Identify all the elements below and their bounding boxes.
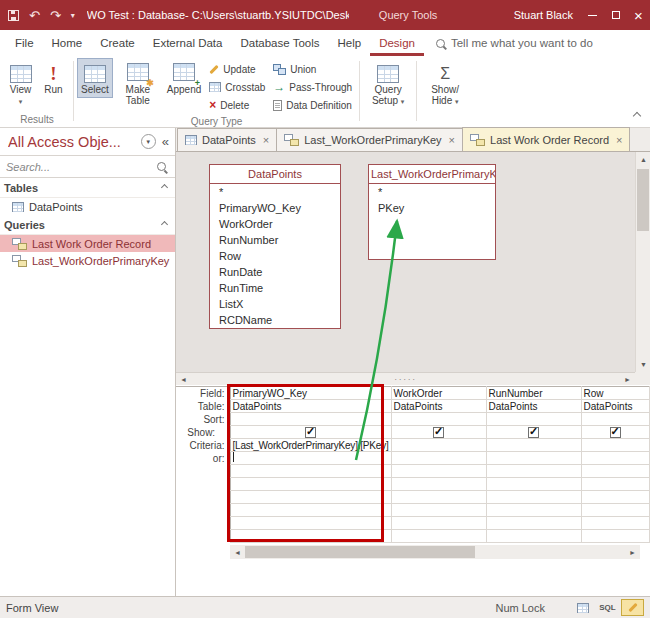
field-cell[interactable]: PrimaryWO_Key <box>230 387 391 400</box>
empty-cell[interactable] <box>486 491 581 504</box>
empty-cell[interactable] <box>230 530 391 543</box>
nav-item-last-work-order-record[interactable]: Last Work Order Record <box>0 235 175 252</box>
scroll-left-icon[interactable]: ◄ <box>230 545 245 559</box>
tab-external-data[interactable]: External Data <box>144 30 232 56</box>
empty-cell[interactable] <box>230 478 391 491</box>
tab-create[interactable]: Create <box>91 30 144 56</box>
collapse-section-icon[interactable] <box>161 221 168 228</box>
empty-cell[interactable] <box>230 491 391 504</box>
criteria-cell[interactable] <box>486 439 581 452</box>
empty-cell[interactable] <box>486 530 581 543</box>
select-button[interactable]: Select <box>77 58 113 98</box>
scrollbar-track[interactable] <box>245 545 625 559</box>
field-item[interactable]: WorkOrder <box>210 216 340 232</box>
query-setup-button[interactable]: Query Setup ▾ <box>363 58 413 109</box>
tab-help[interactable]: Help <box>329 30 371 56</box>
sort-cell[interactable] <box>581 413 649 426</box>
save-icon[interactable] <box>8 10 19 21</box>
empty-cell[interactable] <box>391 504 486 517</box>
minimize-button[interactable] <box>581 0 604 30</box>
empty-cell[interactable] <box>581 517 649 530</box>
run-button[interactable]: ! Run <box>37 58 70 98</box>
field-item-pkey[interactable]: PKey <box>369 200 495 216</box>
field-cell[interactable]: RunNumber <box>486 387 581 400</box>
or-cell[interactable] <box>230 452 391 465</box>
pane-splitter-scrollbar[interactable]: ◄ ∙∙∙∙∙ ► <box>176 372 635 385</box>
doc-tab-last-workorderprimarykey[interactable]: Last_WorkOrderPrimaryKey × <box>276 128 463 151</box>
criteria-cell[interactable] <box>581 439 649 452</box>
empty-cell[interactable] <box>391 530 486 543</box>
tab-file[interactable]: File <box>6 30 43 56</box>
nav-item-last-workorderprimarykey[interactable]: Last_WorkOrderPrimaryKey <box>0 252 175 269</box>
pass-through-button[interactable]: → Pass-Through <box>269 78 356 96</box>
tell-me-box[interactable]: Tell me what you want to do <box>436 30 593 56</box>
empty-cell[interactable] <box>581 491 649 504</box>
sort-cell[interactable] <box>486 413 581 426</box>
sql-view-button[interactable]: SQL <box>596 599 619 616</box>
scroll-left-icon[interactable]: ◄ <box>176 373 191 385</box>
field-item[interactable]: ListX <box>210 296 340 312</box>
vertical-scrollbar[interactable]: ▲ ▼ <box>635 152 650 372</box>
table-cell[interactable]: DataPoints <box>581 400 649 413</box>
sort-cell[interactable] <box>391 413 486 426</box>
empty-cell[interactable] <box>391 465 486 478</box>
make-table-button[interactable]: ✱ Make Table <box>113 58 163 108</box>
nav-section-queries[interactable]: Queries <box>0 215 175 235</box>
close-tab-icon[interactable]: × <box>263 134 269 146</box>
scroll-right-icon[interactable]: ► <box>625 545 640 559</box>
show-cell[interactable] <box>230 426 391 439</box>
sort-cell[interactable] <box>230 413 391 426</box>
table-cell[interactable]: DataPoints <box>391 400 486 413</box>
empty-cell[interactable] <box>391 478 486 491</box>
show-cell[interactable] <box>391 426 486 439</box>
table-cell[interactable]: DataPoints <box>230 400 391 413</box>
show-cell[interactable] <box>581 426 649 439</box>
empty-cell[interactable] <box>486 465 581 478</box>
show-checkbox[interactable] <box>305 427 316 438</box>
qat-dropdown-icon[interactable]: ▾ <box>71 11 75 20</box>
empty-cell[interactable] <box>230 504 391 517</box>
datasheet-view-button[interactable] <box>571 599 594 616</box>
close-button[interactable]: × <box>627 0 650 30</box>
empty-cell[interactable] <box>230 465 391 478</box>
append-button[interactable]: + Append <box>163 58 205 98</box>
nav-item-datapoints[interactable]: DataPoints <box>0 198 175 215</box>
user-name[interactable]: Stuart Black <box>514 9 573 21</box>
empty-cell[interactable] <box>581 530 649 543</box>
field-item[interactable]: PrimaryWO_Key <box>210 200 340 216</box>
search-input[interactable] <box>0 156 175 177</box>
doc-tab-datapoints[interactable]: DataPoints × <box>177 128 277 151</box>
splitter-handle[interactable]: ∙∙∙∙∙ <box>191 376 620 382</box>
empty-cell[interactable] <box>391 517 486 530</box>
close-tab-icon[interactable]: × <box>449 134 455 146</box>
or-cell[interactable] <box>486 452 581 465</box>
field-cell[interactable]: WorkOrder <box>391 387 486 400</box>
field-item[interactable]: * <box>210 184 340 200</box>
nav-menu-icon[interactable]: ▼ <box>141 134 156 149</box>
redo-icon[interactable]: ↷ <box>50 9 61 22</box>
show-checkbox[interactable] <box>610 427 621 438</box>
empty-cell[interactable] <box>486 478 581 491</box>
tab-home[interactable]: Home <box>43 30 92 56</box>
criteria-cell[interactable]: [Last_WorkOrderPrimaryKey].[PKey] <box>230 439 391 452</box>
show-hide-button[interactable]: Σ Show/ Hide ▾ <box>420 58 470 109</box>
field-item[interactable]: RunDate <box>210 264 340 280</box>
restore-button[interactable] <box>604 0 627 30</box>
field-item[interactable]: * <box>369 184 495 200</box>
empty-cell[interactable] <box>230 517 391 530</box>
criteria-cell[interactable] <box>391 439 486 452</box>
field-list-title[interactable]: DataPoints <box>210 165 340 184</box>
show-checkbox[interactable] <box>528 427 539 438</box>
field-item[interactable]: RunTime <box>210 280 340 296</box>
or-cell[interactable] <box>391 452 486 465</box>
horizontal-scrollbar[interactable]: ◄ ► <box>230 545 640 559</box>
doc-tab-last-work-order-record[interactable]: Last Work Order Record × <box>462 127 630 151</box>
field-item[interactable]: RunNumber <box>210 232 340 248</box>
field-list-datapoints[interactable]: DataPoints * PrimaryWO_Key WorkOrder Run… <box>209 164 341 329</box>
tab-design[interactable]: Design <box>370 30 424 56</box>
tab-database-tools[interactable]: Database Tools <box>231 30 328 56</box>
field-list-last-workorderprimarykey[interactable]: Last_WorkOrderPrimaryKey * PKey <box>368 164 496 260</box>
update-button[interactable]: Update <box>205 60 269 78</box>
field-cell[interactable]: Row <box>581 387 649 400</box>
nav-pane-title[interactable]: All Access Obje... <box>8 134 141 150</box>
